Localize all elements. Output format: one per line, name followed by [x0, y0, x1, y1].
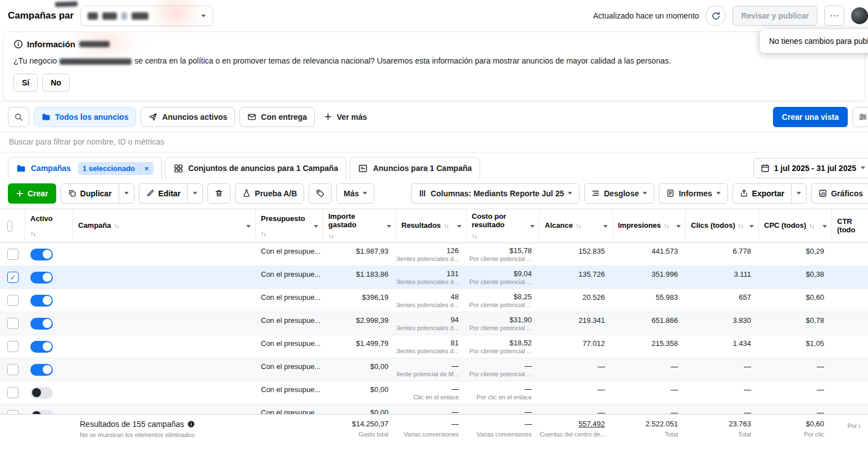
search-input[interactable]	[9, 137, 859, 146]
active-toggle[interactable]	[30, 318, 53, 330]
search-filter-button[interactable]	[8, 107, 29, 127]
row-select-cell: ✓	[0, 335, 25, 358]
reports-button[interactable]: Informes	[659, 183, 727, 204]
col-header-campaign[interactable]: Campaña↑↓	[73, 209, 256, 243]
table-header: ✓ Activo↑↓ Campaña↑↓ Presupuesto↑↓ Impor…	[0, 209, 868, 244]
more-actions-button[interactable]: Más	[336, 183, 374, 204]
charts-button[interactable]: Gráficos	[811, 183, 868, 204]
footer-reach-link[interactable]: 557.492	[578, 420, 605, 428]
report-icon	[666, 189, 675, 197]
chevron-down-icon	[822, 225, 827, 228]
tab-adsets[interactable]: Conjuntos de anuncios para 1 Campaña	[165, 157, 347, 179]
tab-campaigns[interactable]: Campañas 1 seleccionado ×	[8, 157, 162, 179]
results-sub: Clic en el enlace	[413, 394, 459, 400]
export-menu-button[interactable]	[791, 184, 806, 203]
tab-ads[interactable]: Anuncios para 1 Campaña	[350, 157, 480, 179]
col-header-cpr[interactable]: Costo por resultado↑↓	[467, 209, 540, 243]
select-all-checkbox[interactable]: ✓	[7, 220, 12, 232]
row-checkbox[interactable]: ✓	[7, 272, 19, 283]
table-row[interactable]: ✓ Con el presupue... $1.987,93 126Client…	[0, 243, 868, 266]
col-header-cpc[interactable]: CPC (todos)↑↓	[759, 209, 832, 243]
review-publish-button[interactable]: Revisar y publicar	[733, 6, 817, 26]
campaign-name-cell[interactable]	[73, 312, 256, 335]
col-header-active[interactable]: Activo↑↓	[25, 209, 73, 243]
duplicate-icon	[68, 189, 76, 197]
toggle-knob	[43, 342, 52, 351]
cpr-sub: Por cliente potencial ...	[469, 371, 532, 377]
campaign-name-cell[interactable]	[73, 335, 256, 358]
cpr-value: $31,90	[509, 316, 532, 324]
row-checkbox[interactable]: ✓	[7, 364, 19, 375]
search-icon	[14, 112, 23, 122]
col-header-budget[interactable]: Presupuesto↑↓	[256, 209, 323, 243]
more-options-button[interactable]: ···	[824, 6, 844, 26]
active-toggle[interactable]	[30, 295, 53, 307]
sort-icon: ↑↓	[809, 222, 814, 230]
yes-button[interactable]: Sí	[13, 74, 38, 92]
no-button[interactable]: No	[42, 74, 70, 92]
impressions-cell: 651.866	[613, 312, 686, 335]
table-row[interactable]: ✓ Con el presupue... $396,19 48Clientes …	[0, 289, 868, 312]
tag-button[interactable]	[309, 183, 332, 204]
create-view-button[interactable]: Crear una vista	[773, 107, 848, 127]
col-header-spent[interactable]: Importe gastado↑↓	[323, 209, 396, 243]
footer-results-value: —	[451, 420, 459, 428]
see-more-filters[interactable]: Ver más	[319, 107, 372, 127]
cpr-sub: Por cliente potencial ...	[469, 278, 532, 285]
col-header-impressions[interactable]: Impresiones↑↓	[613, 209, 686, 243]
duplicate-menu-button[interactable]	[119, 184, 134, 203]
spent-cell: $396,19	[323, 289, 396, 312]
view-settings-button[interactable]	[852, 107, 868, 127]
campaign-name-cell[interactable]	[73, 266, 256, 289]
info-icon[interactable]	[187, 420, 195, 428]
columns-button[interactable]: Columnas: Mediants Reporte Jul 25	[411, 183, 580, 204]
avatar[interactable]	[851, 7, 868, 24]
filter-with-delivery[interactable]: Con entrega	[239, 107, 315, 127]
account-selector[interactable]	[80, 6, 213, 26]
sliders-icon	[858, 112, 867, 122]
export-button[interactable]: Exportar	[733, 184, 792, 203]
col-header-reach[interactable]: Alcance↑↓	[540, 209, 613, 243]
table-row[interactable]: ✓ Con el presupue... $2.998,39 94Cliente…	[0, 312, 868, 335]
question-prefix: ¿Tu negocio	[13, 56, 57, 65]
duplicate-split-button: Duplicar	[61, 183, 134, 204]
row-checkbox[interactable]: ✓	[7, 341, 19, 352]
create-button[interactable]: Crear	[8, 183, 56, 204]
filter-all-ads[interactable]: Todos los anuncios	[34, 107, 136, 127]
active-toggle[interactable]	[30, 341, 53, 353]
sort-icon: ↑↓	[472, 232, 477, 240]
delete-button[interactable]	[207, 183, 230, 204]
col-header-clicks[interactable]: Clics (todos)↑↓	[686, 209, 759, 243]
table-row[interactable]: ✓ Con el presupue... $0,00 —Clic en el e…	[0, 381, 868, 404]
row-checkbox[interactable]: ✓	[7, 295, 19, 306]
row-checkbox[interactable]: ✓	[7, 249, 19, 260]
col-header-ctr[interactable]: CTR (todo	[832, 209, 868, 243]
active-toggle[interactable]	[30, 387, 53, 399]
campaign-name-cell[interactable]	[73, 289, 256, 312]
breakdown-button[interactable]: Desglose	[584, 183, 654, 204]
columns-icon	[418, 189, 427, 197]
selected-count-badge: 1 seleccionado ×	[78, 162, 153, 175]
impressions-cell: —	[613, 358, 686, 381]
table-row[interactable]: ✓ Con el presupue... $0,00 —Cliente pote…	[0, 358, 868, 381]
active-toggle[interactable]	[30, 249, 53, 260]
edit-menu-button[interactable]	[187, 184, 202, 203]
clear-selection-button[interactable]: ×	[139, 162, 153, 175]
row-checkbox[interactable]: ✓	[7, 387, 19, 398]
date-range-picker[interactable]: 1 jul 2025 - 31 jul 2025	[753, 158, 868, 178]
table-row[interactable]: ✓ Con el presupue... $1.499,79 81Cliente…	[0, 335, 868, 358]
footer-cpc-cell: $0,60Por clic	[759, 420, 832, 450]
edit-button[interactable]: Editar	[139, 184, 188, 203]
ab-test-button[interactable]: Prueba A/B	[235, 183, 304, 204]
campaign-name-cell[interactable]	[73, 381, 256, 404]
table-row[interactable]: ✓ Con el presupue... $1.183,86 131Client…	[0, 266, 868, 289]
campaign-name-cell[interactable]	[73, 243, 256, 266]
active-toggle[interactable]	[30, 272, 53, 284]
campaign-name-cell[interactable]	[73, 358, 256, 381]
active-toggle[interactable]	[30, 364, 53, 376]
duplicate-button[interactable]: Duplicar	[61, 184, 119, 203]
row-checkbox[interactable]: ✓	[7, 318, 19, 329]
col-header-results[interactable]: Resultados↑↓	[396, 209, 467, 243]
refresh-button[interactable]	[706, 6, 726, 26]
filter-active-ads[interactable]: Anuncios activos	[141, 107, 235, 127]
